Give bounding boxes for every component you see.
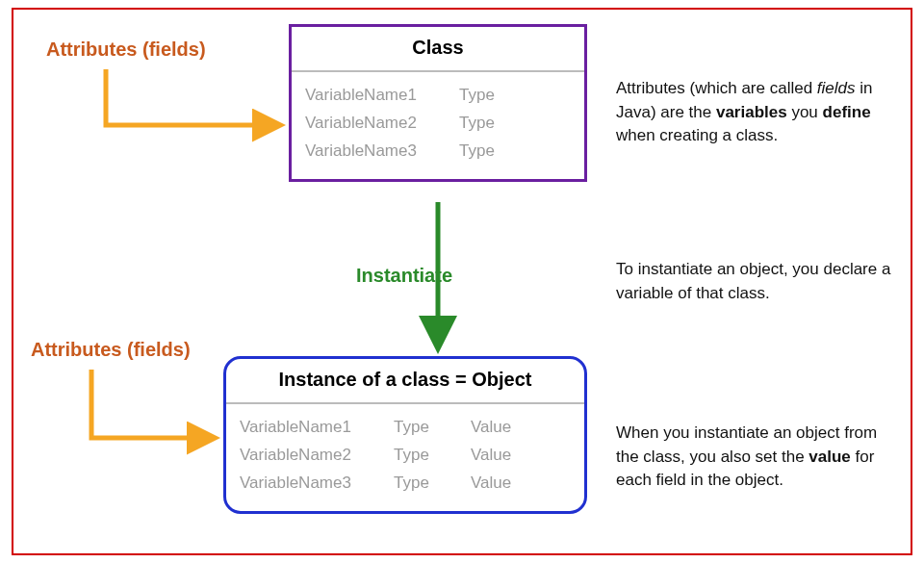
class-row: VariableName2 Type [305, 110, 571, 138]
object-box-body: VariableName1 Type Value VariableName2 T… [226, 404, 584, 511]
explanation-bottom: When you instantiate an object from the … [616, 422, 895, 493]
class-row: VariableName3 Type [305, 138, 571, 166]
explain-bold: define [823, 103, 871, 121]
object-row-type: Type [394, 470, 471, 498]
object-box: Instance of a class = Object VariableNam… [223, 356, 587, 514]
object-row-name: VariableName2 [240, 442, 394, 470]
class-row-type: Type [459, 82, 536, 110]
class-row-type: Type [459, 138, 536, 166]
attributes-label-top: Attributes (fields) [46, 38, 206, 61]
explain-italic: fields [817, 79, 856, 97]
class-row-name: VariableName2 [305, 110, 459, 138]
class-row-name: VariableName3 [305, 138, 459, 166]
attributes-label-bottom-text: Attributes (fields) [31, 339, 191, 360]
explain-bold: value [808, 448, 850, 466]
explain-text: Attributes (which are called [616, 79, 817, 97]
object-box-title: Instance of a class = Object [226, 359, 584, 404]
object-row-name: VariableName1 [240, 414, 394, 442]
object-row-value: Value [471, 442, 548, 470]
explain-text: To instantiate an object, you declare a … [616, 260, 890, 302]
object-row-value: Value [471, 414, 548, 442]
explain-text: you [787, 103, 823, 121]
class-box: Class VariableName1 Type VariableName2 T… [289, 24, 587, 182]
class-box-title: Class [292, 27, 584, 72]
object-row-type: Type [394, 414, 471, 442]
class-row-type: Type [459, 110, 536, 138]
object-row-value: Value [471, 470, 548, 498]
object-row-name: VariableName3 [240, 470, 394, 498]
explanation-top: Attributes (which are called fields in J… [616, 77, 895, 148]
explain-text: when creating a class. [616, 126, 778, 144]
attributes-label-bottom: Attributes (fields) [31, 339, 191, 361]
attributes-label-top-text: Attributes (fields) [46, 38, 206, 60]
class-row-name: VariableName1 [305, 82, 459, 110]
class-row: VariableName1 Type [305, 82, 571, 110]
explanation-middle: To instantiate an object, you declare a … [616, 258, 895, 305]
class-box-body: VariableName1 Type VariableName2 Type Va… [292, 72, 584, 179]
object-row-type: Type [394, 442, 471, 470]
instantiate-label: Instantiate [356, 265, 452, 287]
object-row: VariableName3 Type Value [240, 470, 571, 498]
explain-bold: variables [716, 103, 787, 121]
object-row: VariableName2 Type Value [240, 442, 571, 470]
object-row: VariableName1 Type Value [240, 414, 571, 442]
